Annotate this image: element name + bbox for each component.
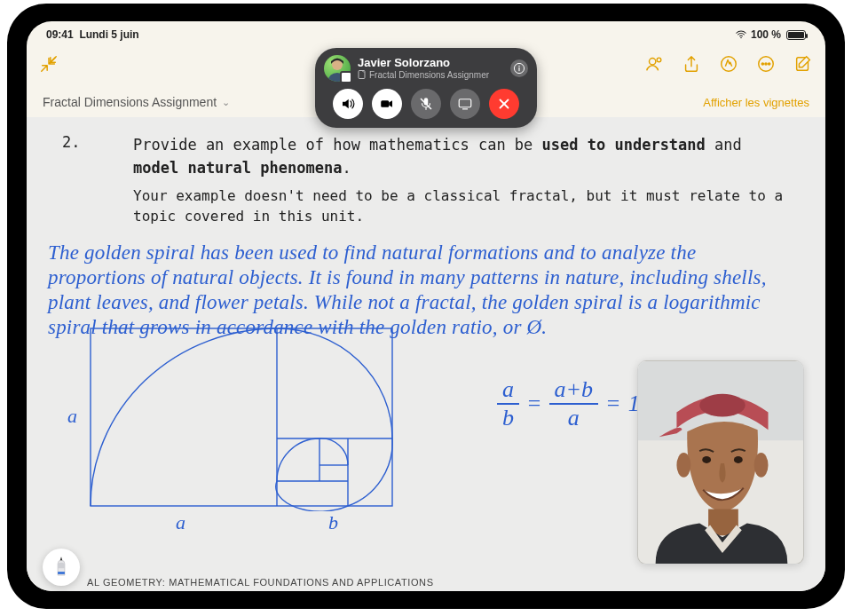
svg-point-18 bbox=[699, 394, 746, 417]
spiral-label-a: a bbox=[176, 511, 185, 534]
wifi-icon bbox=[735, 28, 747, 41]
facetime-controls[interactable]: Javier Solorzano Fractal Dimensions Assi… bbox=[315, 48, 537, 128]
svg-rect-24 bbox=[58, 572, 65, 574]
question-sub: Your example doesn't need to be a classi… bbox=[133, 186, 793, 226]
battery-pct: 100 % bbox=[751, 28, 781, 41]
svg-rect-29 bbox=[518, 67, 519, 71]
status-date: Lundi 5 juin bbox=[79, 28, 138, 41]
spiral-label-left: a bbox=[67, 405, 77, 428]
prompt-post: . bbox=[342, 159, 351, 177]
markup-icon[interactable] bbox=[719, 54, 738, 74]
screen: 09:41 Lundi 5 juin 100 % bbox=[27, 21, 825, 591]
prompt-mid: and bbox=[706, 136, 742, 154]
golden-spiral-drawing: a a b bbox=[87, 325, 406, 525]
svg-point-28 bbox=[518, 66, 519, 67]
lhs-bot: b bbox=[502, 405, 514, 430]
svg-point-5 bbox=[761, 63, 763, 65]
screenshare-button[interactable] bbox=[450, 89, 480, 119]
facetime-pip[interactable] bbox=[637, 360, 804, 565]
rhs-top: a+b bbox=[549, 378, 599, 405]
equals-1: = bbox=[526, 391, 542, 417]
rhs-bot: a bbox=[568, 405, 580, 430]
speaker-button[interactable] bbox=[333, 89, 363, 119]
svg-point-21 bbox=[702, 456, 711, 463]
info-icon[interactable] bbox=[510, 59, 528, 77]
svg-point-20 bbox=[754, 453, 769, 478]
question-block: Provide an example of how mathematics ca… bbox=[133, 133, 793, 226]
chevron-down-icon: ⌄ bbox=[222, 97, 230, 108]
doc-title[interactable]: Fractal Dimensions Assignment ⌄ bbox=[43, 95, 230, 109]
prompt-pre: Provide an example of how mathematics ca… bbox=[133, 136, 542, 154]
question-prompt: Provide an example of how mathematics ca… bbox=[133, 133, 793, 180]
screenshare-badge-icon bbox=[340, 71, 352, 83]
share-icon[interactable] bbox=[682, 54, 701, 74]
status-time: 09:41 bbox=[46, 28, 74, 41]
collab-icon[interactable] bbox=[644, 54, 664, 74]
status-bar: 09:41 Lundi 5 juin 100 % bbox=[27, 25, 825, 44]
caller-avatar bbox=[324, 55, 351, 82]
svg-point-6 bbox=[765, 63, 767, 65]
prompt-b1: used to understand bbox=[542, 136, 706, 154]
svg-point-2 bbox=[657, 58, 661, 62]
svg-point-3 bbox=[722, 57, 737, 72]
mic-mute-button[interactable] bbox=[411, 89, 441, 119]
doc-title-text: Fractal Dimensions Assignment bbox=[43, 95, 217, 109]
status-left: 09:41 Lundi 5 juin bbox=[46, 28, 139, 41]
caller-context: Fractal Dimensions Assignmer bbox=[358, 70, 489, 80]
caller-name: Javier Solorzano bbox=[358, 57, 489, 69]
camera-button[interactable] bbox=[372, 89, 402, 119]
markup-tool-button[interactable] bbox=[43, 549, 80, 586]
svg-rect-35 bbox=[462, 108, 468, 109]
svg-point-1 bbox=[650, 59, 656, 65]
show-thumbnails-button[interactable]: Afficher les vignettes bbox=[703, 96, 809, 109]
lhs-top: a bbox=[497, 378, 519, 405]
end-call-button[interactable] bbox=[489, 89, 519, 119]
svg-rect-9 bbox=[91, 328, 392, 506]
more-icon[interactable] bbox=[756, 54, 776, 74]
textbook-footer: AL GEOMETRY: MATHEMATICAL FOUNDATIONS AN… bbox=[87, 577, 434, 588]
svg-rect-30 bbox=[381, 100, 389, 107]
caller-doc: Fractal Dimensions Assignmer bbox=[369, 70, 489, 80]
svg-point-0 bbox=[740, 37, 742, 39]
ipad-frame: 09:41 Lundi 5 juin 100 % bbox=[7, 4, 845, 609]
equals-2: = bbox=[605, 391, 621, 417]
compose-icon[interactable] bbox=[793, 54, 813, 74]
svg-point-22 bbox=[734, 456, 743, 463]
svg-point-19 bbox=[676, 453, 690, 478]
collapse-icon[interactable] bbox=[39, 54, 59, 74]
battery-icon bbox=[786, 30, 806, 40]
spiral-label-b: b bbox=[328, 511, 338, 534]
question-number: 2. bbox=[62, 133, 80, 151]
svg-point-7 bbox=[769, 63, 770, 65]
fraction-rhs: a+b a bbox=[549, 378, 599, 430]
prompt-b2: model natural phenomena bbox=[133, 159, 342, 177]
fraction-lhs: a b bbox=[497, 378, 519, 430]
status-right: 100 % bbox=[735, 28, 806, 41]
